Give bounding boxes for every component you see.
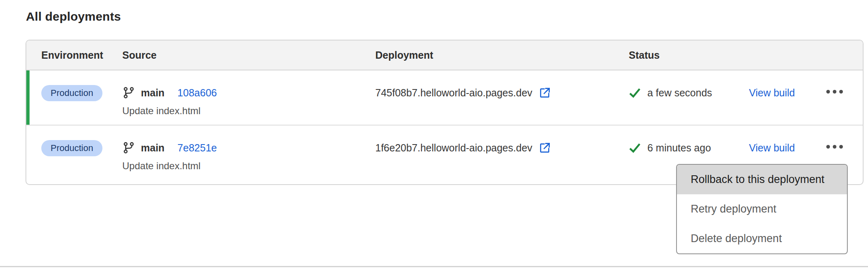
environment-badge: Production — [41, 140, 102, 156]
commit-link[interactable]: 7e8251e — [177, 142, 217, 154]
menu-item-retry[interactable]: Retry deployment — [677, 194, 847, 224]
branch-name: main — [141, 87, 164, 99]
table-row: Production main 108a606 Update index.htm… — [26, 70, 863, 125]
page-bottom-divider — [0, 266, 868, 267]
deployment-url: 1f6e20b7.helloworld-aio.pages.dev — [375, 142, 532, 154]
table-header-row: Environment Source Deployment Status — [26, 40, 863, 70]
commit-message: Update index.html — [122, 105, 375, 117]
environment-badge: Production — [41, 85, 102, 101]
ellipsis-dot — [833, 145, 836, 149]
row-actions-button[interactable] — [825, 86, 845, 98]
ellipsis-dot — [839, 145, 843, 149]
ellipsis-dot — [839, 90, 843, 94]
view-build-link[interactable]: View build — [749, 87, 795, 99]
column-header-deployment: Deployment — [375, 49, 629, 61]
external-link-icon[interactable] — [539, 142, 551, 154]
column-header-environment: Environment — [41, 49, 122, 61]
status-text: 6 minutes ago — [647, 142, 711, 154]
ellipsis-dot — [833, 90, 836, 94]
ellipsis-dot — [826, 145, 830, 149]
success-check-icon — [629, 87, 641, 99]
commit-link[interactable]: 108a606 — [177, 87, 217, 99]
current-deployment-indicator — [26, 70, 30, 125]
external-link-icon[interactable] — [539, 87, 551, 99]
column-header-source: Source — [122, 49, 375, 61]
page-title: All deployments — [26, 10, 121, 23]
deployment-url: 745f08b7.helloworld-aio.pages.dev — [375, 87, 532, 99]
status-text: a few seconds — [647, 87, 712, 99]
menu-item-rollback[interactable]: Rollback to this deployment — [677, 165, 847, 194]
row-actions-button[interactable] — [825, 141, 845, 153]
menu-item-delete[interactable]: Delete deployment — [677, 224, 847, 253]
branch-name: main — [141, 142, 164, 154]
commit-message: Update index.html — [122, 160, 375, 172]
ellipsis-dot — [826, 90, 830, 94]
column-header-status: Status — [629, 49, 749, 61]
deployments-table: Environment Source Deployment Status Pro… — [26, 40, 864, 185]
view-build-link[interactable]: View build — [749, 142, 795, 154]
row-actions-context-menu: Rollback to this deployment Retry deploy… — [676, 164, 848, 254]
git-branch-icon — [122, 141, 135, 154]
git-branch-icon — [122, 86, 135, 99]
success-check-icon — [629, 142, 641, 154]
